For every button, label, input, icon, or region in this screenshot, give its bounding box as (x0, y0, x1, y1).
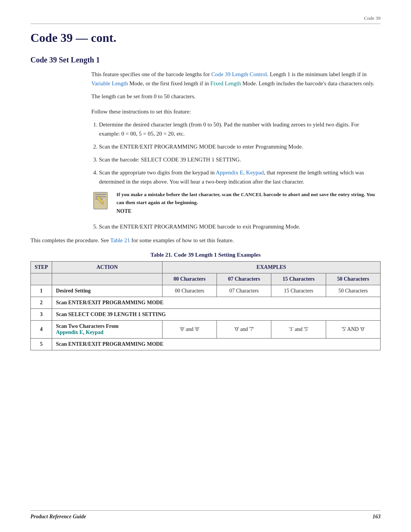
th-examples: EXAMPLES (162, 262, 381, 273)
row1-ex2: 07 Characters (217, 285, 271, 297)
footer-right: 163 (373, 514, 381, 520)
intro-text-before: This feature specifies one of the barcod… (91, 71, 211, 77)
row4-link[interactable]: Appendix E, Keypad (56, 329, 104, 335)
row4-ex3: '1' and '5' (271, 321, 326, 339)
table-row-5: 5 Scan ENTER/EXIT PROGRAMMING MODE (31, 339, 381, 350)
link-table21[interactable]: Table 21 (110, 237, 130, 243)
link-code39-length-control[interactable]: Code 39 Length Control (211, 71, 267, 77)
row5-action: Scan ENTER/EXIT PROGRAMMING MODE (52, 339, 381, 350)
row3-action: Scan SELECT CODE 39 LENGTH 1 SETTING (52, 309, 381, 321)
follow-text: Follow these instructions to set this fe… (91, 107, 381, 116)
row4-action: Scan Two Characters From Appendix E, Key… (52, 321, 162, 339)
row1-action: Desired Setting (52, 285, 162, 297)
completes-after: for some examples of how to set this fea… (130, 237, 234, 243)
section-title: Code 39 Set Length 1 (30, 56, 381, 64)
row5-step: 5 (31, 339, 52, 350)
step-4: Scan the appropriate two digits from the… (99, 168, 381, 186)
page-header: Code 39 (30, 15, 381, 24)
intro-text-end: Mode. Length includes the barcode's data… (241, 80, 374, 86)
th-step-blank (31, 273, 52, 285)
row4-ex1: '0' and '0' (162, 321, 217, 339)
note-icon (91, 191, 111, 215)
th-ex-07: 07 Characters (217, 273, 271, 285)
instruction-list: Determine the desired character length (… (91, 120, 381, 186)
table-row-4: 4 Scan Two Characters From Appendix E, K… (31, 321, 381, 339)
th-ex-50: 50 Characters (326, 273, 380, 285)
row3-step: 3 (31, 309, 52, 321)
row1-ex1: 00 Characters (162, 285, 217, 297)
step-2: Scan the ENTER/EXIT PROGRAMMING MODE bar… (99, 142, 381, 151)
instruction-list-2: Scan the ENTER/EXIT PROGRAMMING MODE bar… (91, 222, 381, 231)
page-title: Code 39 — cont. (30, 31, 381, 45)
completes-text: This completes the procedure. See Table … (30, 236, 381, 245)
th-action: ACTION (52, 262, 162, 273)
link-appendix-e[interactable]: Appendix E, Keypad (216, 169, 264, 176)
table-header-row-2: 00 Characters 07 Characters 15 Character… (31, 273, 381, 285)
row1-ex3: 15 Characters (271, 285, 326, 297)
length-setting-table: STEP ACTION EXAMPLES 00 Characters 07 Ch… (30, 261, 381, 350)
row4-ex2: '0' and '7' (217, 321, 271, 339)
link-variable-length[interactable]: Variable Length (91, 80, 128, 86)
page-container: Code 39 Code 39 — cont. Code 39 Set Leng… (0, 0, 411, 532)
table-header-row-1: STEP ACTION EXAMPLES (31, 262, 381, 273)
th-ex-15: 15 Characters (271, 273, 326, 285)
footer-left: Product Reference Guide (30, 514, 86, 520)
row2-action: Scan ENTER/EXIT PROGRAMMING MODE (52, 297, 381, 309)
follow-text-block: Follow these instructions to set this fe… (91, 107, 381, 116)
note-content: If you make a mistake before the last ch… (116, 191, 381, 214)
link-fixed-length[interactable]: Fixed Length (210, 80, 241, 86)
note-label: NOTE (116, 208, 381, 214)
page-footer: Product Reference Guide 163 (30, 510, 381, 520)
row2-step: 2 (31, 297, 52, 309)
table-row-2: 2 Scan ENTER/EXIT PROGRAMMING MODE (31, 297, 381, 309)
note-text: If you make a mistake before the last ch… (116, 191, 381, 207)
table-row-1: 1 Desired Setting 00 Characters 07 Chara… (31, 285, 381, 297)
note-box: If you make a mistake before the last ch… (91, 191, 381, 215)
step-1: Determine the desired character length (… (99, 120, 381, 138)
completes-before: This completes the procedure. See (30, 237, 110, 243)
step-3: Scan the barcode: SELECT CODE 39 LENGTH … (99, 155, 381, 164)
intro-paragraph-1: This feature specifies one of the barcod… (91, 70, 381, 101)
table-row-3: 3 Scan SELECT CODE 39 LENGTH 1 SETTING (31, 309, 381, 321)
th-step: STEP (31, 262, 52, 273)
row1-step: 1 (31, 285, 52, 297)
intro-text-mid2: Mode, or the first fixed length if in (128, 80, 210, 86)
table-title: Table 21. Code 39 Length 1 Setting Examp… (30, 252, 381, 258)
intro-text-mid: . Length 1 is the minimum label length i… (267, 71, 367, 77)
row4-ex4: '5' AND '0' (326, 321, 380, 339)
intro-paragraph-2: The length can be set from 0 to 50 chara… (91, 92, 381, 101)
breadcrumb: Code 39 (364, 15, 381, 21)
row4-step: 4 (31, 321, 52, 339)
svg-rect-1 (95, 194, 106, 195)
th-ex-00: 00 Characters (162, 273, 217, 285)
th-action-blank (52, 273, 162, 285)
row1-ex4: 50 Characters (326, 285, 380, 297)
step-5-text: Scan the ENTER/EXIT PROGRAMMING MODE bar… (99, 222, 381, 231)
